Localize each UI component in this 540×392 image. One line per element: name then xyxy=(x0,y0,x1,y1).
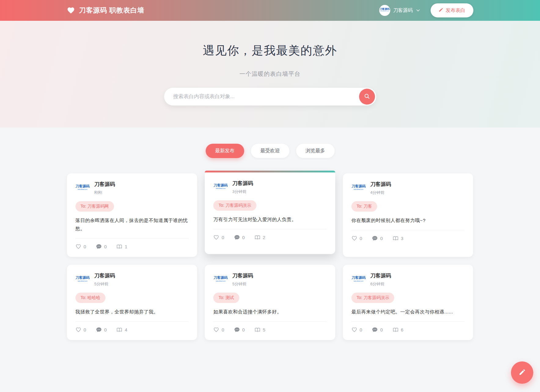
confession-card[interactable]: 刀客源码 www.dkewl.com 刀客源码 刚刚 To: 刀客源码网 落日的… xyxy=(67,173,197,257)
tab-latest[interactable]: 最新发布 xyxy=(206,144,244,158)
hero-subtitle: 一个温暖的表白墙平台 xyxy=(0,70,540,78)
confession-card[interactable]: 刀客源码 www.dkewl.com 刀客源码 5分钟前 To: 测试 如果喜欢… xyxy=(205,265,335,340)
recipient-tag: To: 刀客 xyxy=(351,201,377,212)
views-count: 2 xyxy=(263,235,265,240)
confession-content: 我拯救了全世界，全世界却抛弃了我。 xyxy=(75,308,189,316)
avatar-logo-sub: www.dkewl.com xyxy=(78,280,87,282)
avatar-logo-text: 刀客源码 xyxy=(214,276,228,280)
navbar: 刀客源码 职教表白墙 刀客源码 www.dkewl.com 刀客源码 发布表白 xyxy=(0,0,540,21)
publish-button-label: 发布表白 xyxy=(446,7,465,14)
author-name: 刀客源码 xyxy=(232,180,253,187)
comment-button[interactable]: 0 xyxy=(234,327,245,333)
recipient-tag: To: 刀客源码演示 xyxy=(213,200,256,211)
like-count: 0 xyxy=(222,235,224,240)
avatar-logo-text: 刀客源码 xyxy=(351,185,366,188)
author-name: 刀客源码 xyxy=(232,272,253,279)
publish-confession-button[interactable]: 发布表白 xyxy=(431,3,473,17)
divider xyxy=(213,321,327,322)
author-avatar: 刀客源码 www.dkewl.com xyxy=(351,181,366,195)
confessions-section: 最新发布 最受欢迎 浏览最多 刀客源码 www.dkewl.com 刀客源码 刚… xyxy=(0,128,540,352)
comment-button[interactable]: 0 xyxy=(372,235,383,241)
comment-count: 0 xyxy=(242,327,245,332)
filter-tabs: 最新发布 最受欢迎 浏览最多 xyxy=(0,128,540,158)
views-stat: 2 xyxy=(255,235,265,240)
author-name: 刀客源码 xyxy=(94,181,115,188)
search-input[interactable] xyxy=(164,88,376,105)
card-header: 刀客源码 www.dkewl.com 刀客源码 4分钟前 xyxy=(351,181,465,195)
comment-count: 0 xyxy=(104,244,107,249)
divider xyxy=(351,321,465,322)
brand: 刀客源码 职教表白墙 xyxy=(67,6,145,15)
confession-content: 落日的余晖洒落在人间，抹去的是不知道属于谁的忧愁。 xyxy=(75,216,189,233)
floating-publish-button[interactable] xyxy=(511,361,533,384)
pencil-icon xyxy=(519,368,526,377)
open-book-icon xyxy=(393,236,399,241)
card-stats: 0 0 3 xyxy=(351,235,465,241)
comment-bubble-icon xyxy=(234,327,240,333)
avatar-logo-sub: www.dkewl.com xyxy=(216,280,226,282)
site-title: 刀客源码 职教表白墙 xyxy=(79,6,145,15)
like-button[interactable]: 0 xyxy=(75,244,86,250)
confession-content: 你在颓废的时候别人都在努力哦~? xyxy=(351,216,465,224)
open-book-icon xyxy=(116,244,122,250)
divider xyxy=(213,229,327,229)
search-icon xyxy=(364,93,370,100)
pencil-icon xyxy=(439,7,443,13)
avatar-logo-sub: www.dkewl.com xyxy=(78,189,87,190)
confession-card[interactable]: 刀客源码 www.dkewl.com 刀客源码 4分钟前 To: 刀客 你在颓废… xyxy=(343,173,473,257)
like-button[interactable]: 0 xyxy=(351,327,362,333)
comment-bubble-icon xyxy=(372,235,378,241)
author-name: 刀客源码 xyxy=(370,181,391,188)
confession-card[interactable]: 刀客源码 www.dkewl.com 刀客源码 6分钟前 To: 刀客源码演示 … xyxy=(343,265,473,340)
user-menu[interactable]: 刀客源码 www.dkewl.com 刀客源码 xyxy=(379,5,420,16)
card-stats: 0 0 5 xyxy=(213,327,327,333)
comment-bubble-icon xyxy=(372,327,378,333)
card-header: 刀客源码 www.dkewl.com 刀客源码 6分钟前 xyxy=(351,272,465,287)
like-button[interactable]: 0 xyxy=(213,327,224,333)
comment-count: 0 xyxy=(380,327,383,332)
comment-count: 0 xyxy=(104,327,107,332)
recipient-tag: To: 刀客源码网 xyxy=(75,201,114,212)
card-stats: 0 0 1 xyxy=(75,244,189,250)
divider xyxy=(75,238,189,239)
like-count: 0 xyxy=(360,236,362,241)
card-stats: 0 0 2 xyxy=(213,235,327,240)
confession-card[interactable]: 刀客源码 www.dkewl.com 刀客源码 3分钟前 To: 刀客源码演示 … xyxy=(205,171,335,254)
avatar-logo-sub: www.dkewl.com xyxy=(354,189,363,190)
open-book-icon xyxy=(255,327,260,333)
like-count: 0 xyxy=(222,327,224,332)
avatar-logo-sub: www.dkewl.com xyxy=(216,188,226,189)
hero-section: 遇见你，是我最美的意外 一个温暖的表白墙平台 xyxy=(0,21,540,128)
views-count: 1 xyxy=(125,244,127,249)
recipient-tag: To: 测试 xyxy=(213,293,239,303)
confession-card[interactable]: 刀客源码 www.dkewl.com 刀客源码 5分钟前 To: 哈哈哈 我拯救… xyxy=(67,265,197,340)
heart-icon xyxy=(67,6,75,14)
like-button[interactable]: 0 xyxy=(213,235,224,240)
author-avatar: 刀客源码 www.dkewl.com xyxy=(213,272,228,287)
views-stat: 3 xyxy=(393,236,403,241)
comment-button[interactable]: 0 xyxy=(96,327,107,333)
comment-button[interactable]: 0 xyxy=(372,327,383,333)
views-count: 4 xyxy=(125,327,127,332)
card-stats: 0 0 4 xyxy=(75,327,189,333)
search-bar xyxy=(164,88,376,105)
avatar-logo-text: 刀客源码 xyxy=(75,185,90,188)
recipient-tag: To: 刀客源码演示 xyxy=(351,293,395,303)
user-avatar: 刀客源码 www.dkewl.com xyxy=(379,5,390,16)
comment-button[interactable]: 0 xyxy=(234,235,245,240)
author-avatar: 刀客源码 www.dkewl.com xyxy=(351,272,366,287)
avatar-logo-sub: www.dkewl.com xyxy=(380,10,389,12)
like-button[interactable]: 0 xyxy=(351,235,362,241)
author-avatar: 刀客源码 www.dkewl.com xyxy=(75,181,90,195)
comment-bubble-icon xyxy=(96,327,102,333)
like-button[interactable]: 0 xyxy=(75,327,86,333)
heart-outline-icon xyxy=(213,327,219,333)
search-button[interactable] xyxy=(359,89,375,105)
tab-most-popular[interactable]: 最受欢迎 xyxy=(251,144,289,158)
tab-most-viewed[interactable]: 浏览最多 xyxy=(296,144,335,158)
comment-button[interactable]: 0 xyxy=(96,244,107,250)
author-avatar: 刀客源码 www.dkewl.com xyxy=(75,272,90,287)
divider xyxy=(351,230,465,230)
views-stat: 4 xyxy=(116,327,127,333)
views-stat: 6 xyxy=(393,327,403,333)
